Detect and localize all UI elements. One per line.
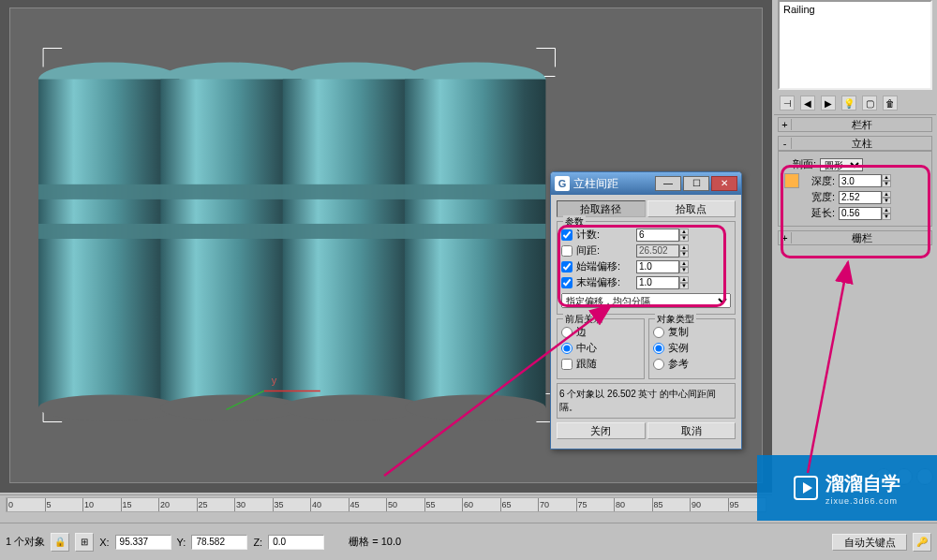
spinner-up-icon[interactable]: ▲ [679, 228, 689, 235]
spacing-label: 间距: [576, 243, 632, 258]
rollout-header[interactable]: - 立柱 [778, 136, 932, 151]
spinner-up-icon[interactable]: ▲ [679, 260, 689, 267]
close-button[interactable]: ✕ [711, 176, 737, 191]
tick-label: 80 [616, 500, 625, 509]
lock-icon[interactable]: 🔒 [51, 533, 69, 552]
instance-radio[interactable] [653, 343, 664, 354]
list-item[interactable]: Railing [783, 4, 927, 15]
dialog-titlebar[interactable]: G 立柱间距 — ☐ ✕ [551, 172, 741, 195]
dialog-title: 立柱间距 [573, 176, 653, 192]
rollout-rail: + 栏杆 [778, 117, 932, 132]
y-label: Y: [177, 537, 186, 548]
spinner-down-icon[interactable]: ▼ [882, 198, 891, 204]
rollout-header[interactable]: + 栏杆 [778, 117, 932, 132]
spinner-down-icon[interactable]: ▼ [882, 181, 891, 187]
play-icon [794, 476, 818, 500]
profile-select[interactable]: 圆形 [820, 158, 863, 171]
spinner-down-icon[interactable]: ▼ [679, 283, 689, 289]
tick-label: 60 [464, 500, 473, 509]
svg-rect-6 [160, 80, 301, 408]
grid-label: 栅格 = 10.0 [349, 535, 401, 549]
copy-radio[interactable] [653, 327, 664, 338]
end-offset-checkbox[interactable] [561, 277, 573, 288]
type-group: 对象类型 复制 实例 参考 [648, 318, 736, 379]
rollout-title: 栏杆 [792, 118, 931, 132]
count-checkbox[interactable] [561, 229, 573, 241]
tick-label: 75 [578, 500, 587, 509]
spinner-down-icon[interactable]: ▼ [679, 235, 689, 242]
expand-icon[interactable]: + [779, 232, 792, 243]
svg-rect-7 [283, 80, 424, 408]
pick-point-button[interactable]: 拾取点 [647, 200, 736, 217]
start-offset-input[interactable] [636, 260, 679, 273]
tick-label: 90 [692, 500, 701, 509]
reference-label: 参考 [668, 357, 689, 371]
tick-label: 50 [388, 500, 397, 509]
svg-rect-9 [38, 184, 545, 199]
distribution-select[interactable]: 指定偏移，均匀分隔 [561, 293, 731, 308]
extend-input[interactable] [839, 207, 882, 220]
profile-label: 剖面: [784, 157, 816, 171]
trash-icon[interactable]: 🗑 [883, 96, 898, 111]
follow-label: 跟随 [576, 357, 597, 371]
spinner-up-icon[interactable]: ▲ [679, 276, 689, 283]
object-list[interactable]: Railing [778, 0, 932, 90]
center-radio[interactable] [561, 343, 573, 354]
close-dialog-button[interactable]: 关闭 [557, 422, 646, 439]
spinner-up-icon[interactable]: ▲ [882, 191, 891, 198]
start-offset-checkbox[interactable] [561, 261, 573, 273]
watermark-brand: 溜溜自学 [825, 471, 900, 496]
spinner-up-icon[interactable]: ▲ [882, 207, 891, 214]
lightbulb-icon[interactable]: 💡 [841, 96, 856, 111]
x-label: X: [99, 537, 109, 548]
tick-label: 65 [502, 500, 512, 509]
rollout-post: - 立柱 剖面: 圆形 深度: ▲▼ 宽度: ▲▼ 延长: [778, 136, 932, 227]
spinner-down-icon[interactable]: ▼ [679, 251, 689, 258]
svg-rect-8 [405, 80, 545, 408]
tick-label: 55 [426, 500, 436, 509]
edge-radio[interactable] [561, 327, 573, 338]
width-label: 宽度: [803, 190, 835, 204]
key-icon[interactable]: 🔑 [913, 533, 931, 552]
edge-label: 边 [576, 325, 587, 339]
rollout-fence: + 栅栏 [778, 230, 932, 245]
toggle-icon[interactable]: ▢ [862, 96, 877, 111]
timeline[interactable]: 0510152025303540455055606570758085909510… [0, 494, 772, 521]
tick-label: 15 [123, 500, 132, 509]
stack-next-icon[interactable]: ▶ [821, 96, 836, 111]
spinner-down-icon[interactable]: ▼ [882, 214, 891, 220]
start-offset-label: 始端偏移: [576, 259, 632, 273]
spacing-checkbox[interactable] [561, 245, 573, 257]
expand-icon[interactable]: + [779, 119, 792, 130]
pin-icon[interactable]: ⊣ [780, 96, 795, 111]
collapse-icon[interactable]: - [779, 138, 792, 149]
rollout-title: 立柱 [792, 137, 931, 151]
rollout-header[interactable]: + 栅栏 [778, 230, 932, 245]
cancel-button[interactable]: 取消 [647, 422, 736, 439]
spinner-down-icon[interactable]: ▼ [679, 267, 689, 273]
follow-checkbox[interactable] [561, 359, 573, 370]
y-field[interactable]: 78.582 [191, 535, 247, 550]
color-swatch[interactable] [784, 173, 799, 188]
tick-label: 70 [540, 500, 549, 509]
spinner-up-icon[interactable]: ▲ [882, 174, 891, 181]
stack-prev-icon[interactable]: ◀ [800, 96, 815, 111]
tick-label: 0 [8, 500, 13, 509]
maximize-button[interactable]: ☐ [683, 176, 709, 191]
width-input[interactable] [839, 191, 882, 204]
depth-input[interactable] [839, 174, 882, 187]
minimize-button[interactable]: — [655, 176, 681, 191]
auto-key-button[interactable]: 自动关键点 [832, 534, 907, 551]
spinner-up-icon[interactable]: ▲ [679, 244, 689, 251]
group-label: 对象类型 [655, 313, 696, 326]
transform-type-icon[interactable]: ⊞ [75, 533, 94, 552]
z-field[interactable]: 0.0 [268, 535, 324, 550]
x-field[interactable]: 95.337 [115, 535, 171, 550]
relation-group: 前后关系 边 中心 跟随 [557, 318, 645, 379]
timeline-ruler[interactable]: 0510152025303540455055606570758085909510… [6, 497, 766, 512]
params-group: 参数 计数: ▲▼ 间距: ▲▼ 始端偏移: ▲▼ 末端偏移: ▲▼ [557, 221, 736, 315]
reference-radio[interactable] [653, 359, 664, 370]
count-input[interactable] [636, 228, 679, 242]
spacing-input [636, 244, 679, 258]
end-offset-input[interactable] [636, 276, 679, 289]
